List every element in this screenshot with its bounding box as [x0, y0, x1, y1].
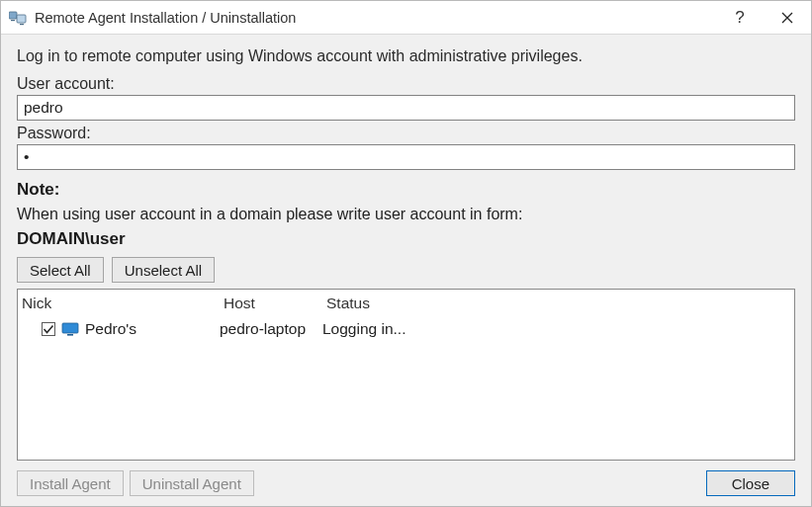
- cell-nick: Pedro's: [18, 320, 220, 338]
- close-button[interactable]: Close: [706, 470, 795, 496]
- titlebar[interactable]: Remote Agent Installation / Uninstallati…: [1, 1, 811, 35]
- uninstall-agent-button[interactable]: Uninstall Agent: [130, 470, 254, 496]
- dialog-body: Log in to remote computer using Windows …: [1, 35, 811, 506]
- grid-header-row: Nick Host Status: [18, 290, 794, 317]
- select-all-button[interactable]: Select All: [17, 257, 104, 283]
- selection-button-row: Select All Unselect All: [17, 257, 795, 283]
- svg-rect-0: [9, 12, 17, 19]
- svg-rect-4: [62, 323, 78, 333]
- cell-host: pedro-laptop: [220, 320, 322, 338]
- window-title: Remote Agent Installation / Uninstallati…: [35, 10, 716, 26]
- svg-rect-5: [67, 334, 73, 336]
- svg-rect-1: [11, 20, 15, 21]
- svg-rect-3: [20, 24, 24, 25]
- user-account-label: User account:: [17, 75, 795, 93]
- cell-status: Logging in...: [322, 320, 794, 338]
- column-header-status[interactable]: Status: [326, 295, 794, 312]
- user-account-input[interactable]: [17, 95, 795, 121]
- svg-rect-2: [17, 15, 26, 23]
- row-checkbox[interactable]: [42, 322, 55, 336]
- table-row[interactable]: Pedro's pedro-laptop Logging in...: [18, 317, 794, 341]
- password-input[interactable]: [17, 144, 795, 170]
- computers-grid: Nick Host Status: [17, 289, 795, 461]
- note-example: DOMAIN\user: [17, 229, 795, 249]
- grid-body: Pedro's pedro-laptop Logging in...: [18, 317, 794, 460]
- footer-row: Install Agent Uninstall Agent Close: [17, 470, 795, 496]
- monitor-icon: [61, 322, 79, 336]
- note-line: When using user account in a domain plea…: [17, 206, 795, 223]
- instruction-text: Log in to remote computer using Windows …: [17, 47, 795, 65]
- note-heading: Note:: [17, 180, 795, 200]
- column-header-nick[interactable]: Nick: [22, 295, 224, 312]
- column-header-host[interactable]: Host: [224, 295, 326, 312]
- unselect-all-button[interactable]: Unselect All: [112, 257, 215, 283]
- help-button[interactable]: ?: [716, 1, 764, 34]
- row-nick-text: Pedro's: [85, 320, 136, 338]
- app-icon: [9, 10, 27, 26]
- window-close-button[interactable]: [764, 1, 811, 34]
- dialog-window: Remote Agent Installation / Uninstallati…: [0, 0, 812, 507]
- password-label: Password:: [17, 125, 795, 142]
- install-agent-button[interactable]: Install Agent: [17, 470, 124, 496]
